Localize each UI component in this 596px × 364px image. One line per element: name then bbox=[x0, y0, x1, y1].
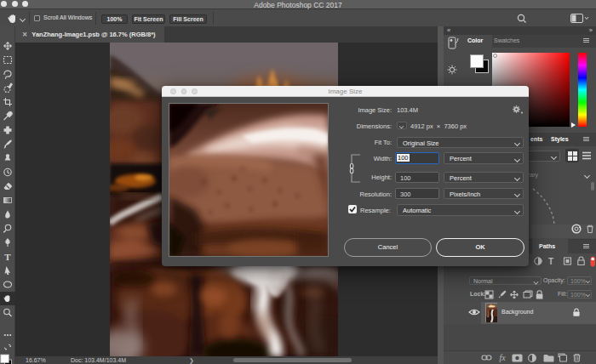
svg-text:T: T bbox=[4, 252, 11, 262]
svg-text:T: T bbox=[548, 257, 553, 266]
svg-text:fx: fx bbox=[499, 353, 506, 362]
